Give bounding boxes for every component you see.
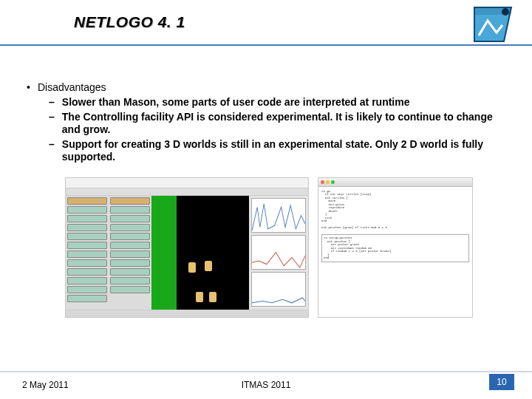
institution-logo <box>470 4 516 50</box>
dash-icon: – <box>49 111 55 137</box>
page-title: NETLOGO 4. 1 <box>74 13 532 31</box>
sub-bullet-text: The Controlling facility API is consider… <box>62 111 510 137</box>
svg-point-2 <box>502 8 509 16</box>
footer-rule <box>0 371 532 372</box>
sub-bullet-text: Slower than Mason, some parts of user co… <box>62 96 410 109</box>
netlogo-code-screenshot: to go if not any? turtles [stop] ask tur… <box>318 177 473 318</box>
footer-venue: ITMAS 2011 <box>0 380 532 390</box>
bullet-disadvantages: • Disadvantages <box>22 81 510 93</box>
dash-icon: – <box>49 96 55 109</box>
netlogo-interface-screenshot <box>65 177 309 318</box>
sub-bullet: – The Controlling facility API is consid… <box>49 111 510 137</box>
bullet-heading: Disadvantages <box>38 81 106 93</box>
screenshot-row: to go if not any? turtles [stop] ask tur… <box>65 177 510 318</box>
sub-bullet: – Slower than Mason, some parts of user … <box>49 96 510 109</box>
header-underline <box>0 44 532 46</box>
sub-bullet: – Support for creating 3 D worlds is sti… <box>49 138 510 164</box>
content-area: • Disadvantages – Slower than Mason, som… <box>0 52 532 318</box>
sub-bullet-text: Support for creating 3 D worlds is still… <box>62 138 510 164</box>
dash-icon: – <box>49 138 55 164</box>
bullet-dot-icon: • <box>22 81 30 93</box>
